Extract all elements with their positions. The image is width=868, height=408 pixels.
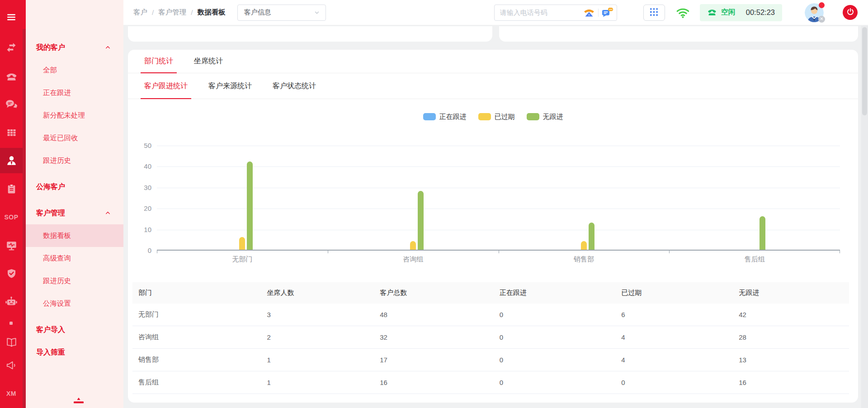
rail-item-customers[interactable] — [0, 148, 23, 173]
table-cell: 48 — [374, 311, 494, 318]
table-cell: 0 — [494, 333, 615, 341]
chart-category-slot — [499, 146, 670, 250]
sidebar-item-follow-history-2[interactable]: 跟进历史 — [26, 270, 123, 292]
breadcrumb-item[interactable]: 客户管理 — [158, 8, 186, 17]
secondary-tab[interactable]: 客户来源统计 — [208, 73, 252, 99]
chat-icon — [5, 99, 18, 109]
page-scrollbar-thumb[interactable] — [862, 27, 867, 115]
wifi-icon — [676, 7, 690, 19]
secondary-tab[interactable]: 客户状态统计 — [273, 73, 316, 99]
sop-label: SOP — [4, 213, 18, 221]
sidebar-item-label: 数据看板 — [43, 231, 71, 241]
legend-item[interactable]: 无跟进 — [527, 113, 563, 121]
logout-power-button[interactable] — [843, 5, 858, 20]
breadcrumb-separator: / — [191, 9, 193, 17]
table-cell: 0 — [494, 311, 615, 318]
rail-item-calls[interactable] — [0, 63, 23, 89]
sidebar-item-recently-recycled[interactable]: 最近已回收 — [26, 127, 123, 149]
axis-tick — [840, 251, 840, 253]
agent-status-pill[interactable]: 空闲 00:52:23 — [700, 4, 782, 21]
scrolled-cards-row — [128, 26, 858, 42]
rail-item-knowledge[interactable] — [0, 330, 23, 355]
sidebar-item-new-unassigned[interactable]: 新分配未处理 — [26, 104, 123, 127]
chart-bar — [760, 216, 765, 250]
dialpad-icon — [649, 7, 659, 18]
transfer-icon — [5, 42, 17, 53]
legend-item[interactable]: 正在跟进 — [423, 113, 467, 121]
rail-item-xm[interactable]: XM — [0, 381, 23, 406]
rail-item-security[interactable] — [0, 261, 23, 286]
grid-icon — [6, 127, 17, 138]
phone-number-input[interactable] — [495, 9, 580, 16]
chart-bar — [581, 241, 587, 250]
sidebar-item-public-sea-settings[interactable]: 公海设置 — [26, 292, 123, 315]
person-icon — [5, 155, 18, 166]
table-cell: 4 — [615, 356, 733, 364]
table-cell: 4 — [615, 333, 733, 341]
rail-item-grid[interactable] — [0, 120, 23, 145]
breadcrumb: 客户/客户管理/数据看板 — [133, 8, 226, 17]
sidebar-item-label: 我的客户 — [36, 43, 65, 52]
legend-swatch — [527, 113, 539, 120]
sidebar-item-data-dashboard[interactable]: 数据看板 — [26, 224, 123, 247]
x-axis-category-label: 销售部 — [499, 255, 670, 264]
customer-info-select[interactable]: 客户信息 — [237, 5, 326, 21]
axis-tick — [157, 251, 157, 253]
primary-tab[interactable]: 坐席统计 — [194, 50, 223, 73]
sidebar-item-following[interactable]: 正在跟进 — [26, 81, 123, 104]
sidebar-item-import-dedup[interactable]: 导入筛重 — [26, 341, 123, 364]
rail-item-sop[interactable]: SOP — [0, 204, 23, 230]
monitor-icon — [5, 240, 18, 251]
rail-item-campaign[interactable] — [0, 353, 23, 378]
table-cell: 17 — [374, 356, 494, 364]
legend-item[interactable]: 已过期 — [478, 113, 515, 121]
dialpad-button[interactable] — [643, 5, 665, 21]
collapse-sidebar-icon[interactable] — [74, 398, 84, 404]
rail-item-orders[interactable] — [0, 176, 23, 202]
secondary-tab[interactable]: 客户跟进统计 — [144, 73, 188, 99]
table-cell: 16 — [733, 379, 849, 386]
column-header: 正在跟进 — [494, 289, 615, 297]
table-cell: 2 — [261, 333, 374, 341]
primary-tab[interactable]: 部门统计 — [144, 50, 173, 73]
sidebar-item-customer-import[interactable]: 客户导入 — [26, 318, 123, 341]
chart-bar — [239, 237, 245, 250]
sidebar-item-advanced-query[interactable]: 高级查询 — [26, 247, 123, 270]
scrolled-card — [128, 26, 492, 42]
column-header: 无跟进 — [733, 289, 849, 297]
sidebar-item-all[interactable]: 全部 — [26, 59, 123, 81]
bar-group — [157, 161, 328, 250]
rail-item-transfer[interactable] — [0, 35, 23, 60]
breadcrumb-item[interactable]: 客户 — [133, 8, 147, 17]
rail-item-menu[interactable] — [0, 5, 23, 30]
sidebar-item-follow-history[interactable]: 跟进历史 — [26, 149, 123, 172]
axis-tick — [669, 251, 670, 253]
select-value: 客户信息 — [244, 8, 271, 17]
xm-label: XM — [6, 390, 16, 397]
handset-icon — [707, 7, 717, 18]
x-axis-category-label: 售后组 — [669, 255, 840, 264]
column-header: 已过期 — [615, 289, 733, 297]
rail-item-messages[interactable] — [0, 91, 23, 117]
sidebar-item-my-customers[interactable]: 我的客户 — [26, 36, 123, 59]
dial-phone-icon[interactable] — [580, 8, 598, 18]
rail-scrollbar[interactable] — [23, 29, 26, 408]
table-row: 无部门3480642 — [132, 304, 849, 326]
sidebar-item-label: 客户导入 — [36, 325, 65, 335]
legend-label: 正在跟进 — [439, 113, 467, 121]
sidebar-item-label: 最近已回收 — [43, 133, 78, 143]
table-row: 咨询组2320428 — [132, 326, 849, 349]
y-axis-tick-label: 40 — [128, 162, 151, 171]
sidebar-item-customer-management[interactable]: 客户管理 — [26, 202, 123, 224]
sms-icon[interactable] — [599, 7, 617, 18]
sidebar-item-label: 公海设置 — [43, 299, 71, 308]
sidebar-item-public-sea[interactable]: 公海客户 — [26, 176, 123, 198]
table-cell: 42 — [733, 311, 849, 318]
avatar[interactable]: ✕ — [805, 3, 824, 22]
rail-item-monitor[interactable] — [0, 233, 23, 258]
sidebar-item-label: 客户管理 — [36, 209, 65, 218]
chart-category-slot — [669, 146, 840, 250]
sidebar-item-label: 跟进历史 — [43, 276, 71, 286]
bar-group — [328, 191, 499, 250]
table-cell: 16 — [374, 379, 494, 386]
